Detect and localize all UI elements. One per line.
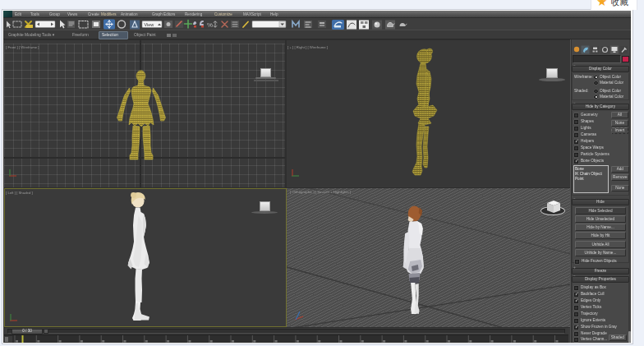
svg-text:View: View bbox=[145, 22, 154, 27]
svg-text:%: % bbox=[207, 21, 213, 29]
